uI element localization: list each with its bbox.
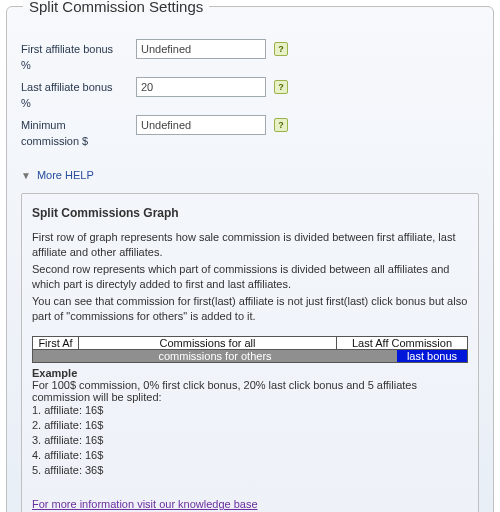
first-affiliate-bonus-unit: % — [21, 59, 136, 71]
graph-commissions-for-all-cell: Commissions for all — [79, 337, 337, 349]
list-item: 3. affiliate: 16$ — [32, 433, 468, 448]
example-intro: For 100$ commission, 0% first click bonu… — [32, 379, 468, 403]
minimum-commission-label-2: commission $ — [21, 135, 136, 147]
minimum-commission-row: Minimum ? — [21, 115, 479, 135]
help-icon[interactable]: ? — [274, 80, 288, 94]
help-icon[interactable]: ? — [274, 42, 288, 56]
graph-last-bonus-cell: last bonus — [397, 350, 467, 362]
last-affiliate-bonus-label: Last affiliate bonus — [21, 81, 136, 93]
split-commission-settings-panel: Split Commission Settings First affiliat… — [6, 6, 494, 512]
split-commissions-graph-panel: Split Commissions Graph First row of gra… — [21, 193, 479, 512]
first-affiliate-bonus-input[interactable] — [136, 39, 266, 59]
chevron-down-icon: ▼ — [21, 170, 31, 181]
graph-description: First row of graph represents how sale c… — [32, 230, 468, 324]
first-affiliate-bonus-row: First affiliate bonus ? — [21, 39, 479, 59]
graph-desc-3: You can see that commission for first(la… — [32, 294, 468, 324]
last-affiliate-bonus-row: Last affiliate bonus ? — [21, 77, 479, 97]
graph-first-aff-cell: First Af — [33, 337, 79, 349]
last-affiliate-bonus-input[interactable] — [136, 77, 266, 97]
graph-row-2: commissions for others last bonus — [32, 350, 468, 363]
graph-last-aff-cell: Last Aff Commission — [337, 337, 467, 349]
more-help-label: More HELP — [37, 169, 94, 181]
graph-heading: Split Commissions Graph — [32, 206, 468, 220]
first-affiliate-bonus-label: First affiliate bonus — [21, 43, 136, 55]
graph-row-1: First Af Commissions for all Last Aff Co… — [32, 336, 468, 350]
list-item: 4. affiliate: 16$ — [32, 448, 468, 463]
graph-commissions-for-others-cell: commissions for others — [33, 350, 397, 362]
help-icon[interactable]: ? — [274, 118, 288, 132]
minimum-commission-input[interactable] — [136, 115, 266, 135]
list-item: 5. affiliate: 36$ — [32, 463, 468, 478]
graph-desc-1: First row of graph represents how sale c… — [32, 230, 468, 260]
example-heading: Example — [32, 367, 468, 379]
more-help-toggle[interactable]: ▼ More HELP — [21, 169, 94, 181]
panel-title: Split Commission Settings — [23, 0, 209, 15]
last-affiliate-bonus-unit: % — [21, 97, 136, 109]
minimum-commission-label: Minimum — [21, 119, 136, 131]
knowledge-base-link[interactable]: For more information visit our knowledge… — [32, 498, 468, 510]
list-item: 2. affiliate: 16$ — [32, 418, 468, 433]
graph-desc-2: Second row represents which part of comm… — [32, 262, 468, 292]
example-list: 1. affiliate: 16$ 2. affiliate: 16$ 3. a… — [32, 403, 468, 478]
list-item: 1. affiliate: 16$ — [32, 403, 468, 418]
